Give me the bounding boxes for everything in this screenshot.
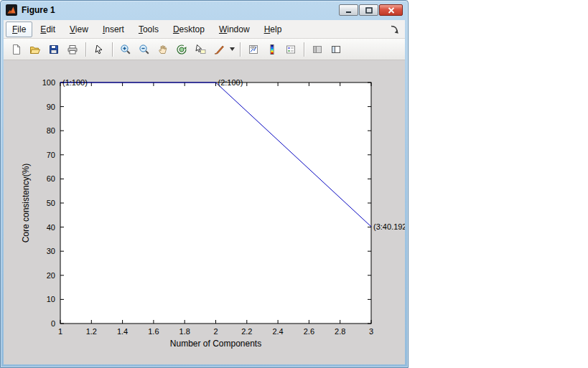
y-tick-label: 70 [47,151,55,159]
desktop-background: Figure 1 FileEditViewInsertToolsDes [0,0,588,368]
zoom-out-button[interactable] [136,41,153,58]
brush-button[interactable] [210,41,228,58]
y-axis-label: Core consistency(%) [21,164,31,243]
zoom-out-icon [139,44,150,55]
toolbar-separator [112,42,113,57]
figure-toolbar [4,39,405,60]
x-axis-label: Number of Components [170,339,261,349]
insert-legend-button[interactable] [282,41,299,58]
close-button[interactable] [379,4,403,16]
edit-plot-button[interactable] [90,41,108,58]
x-tick-label: 1 [58,327,62,336]
axes[interactable]: 11.21.41.61.822.22.42.62.830102030405060… [4,60,405,364]
zoom-in-button[interactable] [117,41,134,58]
x-tick-label: 2.4 [272,327,283,336]
print-figure-button[interactable] [64,41,81,58]
menu-item-file[interactable]: File [6,22,32,37]
y-tick-label: 40 [47,223,55,232]
menu-item-tools[interactable]: Tools [132,22,165,37]
x-tick-label: 2.8 [335,327,345,336]
x-tick-label: 2.2 [241,327,252,336]
y-tick-label: 30 [47,247,55,255]
dock-arrow-icon[interactable] [389,24,399,37]
colorbar-icon [266,44,278,55]
figure-canvas: 11.21.41.61.822.22.42.62.830102030405060… [4,60,405,364]
print-icon [67,44,78,55]
data-point-label: (1:100) [62,78,88,87]
x-tick-label: 2 [213,327,218,336]
open-folder-icon [29,44,41,55]
x-tick-label: 1.2 [86,327,97,336]
x-tick-label: 3 [369,327,373,336]
insert-colorbar-button[interactable] [263,41,281,58]
show-plot-tools-button[interactable] [327,41,345,58]
link-plot-button[interactable] [245,41,262,58]
hide-plot-tools-button[interactable] [309,41,326,58]
brush-dropdown-button[interactable] [229,41,235,58]
x-tick-label: 1.4 [117,327,128,336]
x-tick-label: 1.8 [179,327,190,336]
menu-item-help[interactable]: Help [258,22,289,37]
new-document-icon [11,44,22,55]
toolbar-separator [85,42,86,57]
window-controls [339,4,403,16]
y-tick-label: 50 [47,199,55,207]
y-tick-label: 100 [42,78,55,87]
y-tick-label: 90 [47,103,55,111]
dropdown-caret-icon [230,47,235,51]
y-tick-label: 10 [47,295,55,303]
minimize-button[interactable] [339,4,358,16]
menu-items: FileEditViewInsertToolsDesktopWindowHelp [6,22,289,37]
data-point-label: (2:100) [218,78,243,87]
data-cursor-button[interactable] [192,41,209,58]
save-figure-button[interactable] [45,41,62,58]
menu-item-desktop[interactable]: Desktop [167,22,211,37]
window-content: FileEditViewInsertToolsDesktopWindowHelp [4,20,405,364]
matlab-figure-icon [6,4,17,16]
y-tick-label: 0 [51,319,55,328]
open-file-button[interactable] [27,41,44,58]
pan-hand-icon [157,44,169,55]
window-title: Figure 1 [22,5,55,15]
pan-button[interactable] [154,41,172,58]
toolbar-separator [304,42,304,57]
edit-plot-arrow-icon [93,44,105,55]
rotate-3d-icon [176,44,187,55]
legend-icon [285,44,297,55]
menubar: FileEditViewInsertToolsDesktopWindowHelp [4,20,405,39]
toolbar-separator [240,42,241,57]
rotate-3d-button[interactable] [173,41,190,58]
new-figure-button[interactable] [8,41,25,58]
show-plot-tools-icon [330,44,342,55]
x-tick-label: 2.6 [304,327,314,336]
maximize-button[interactable] [359,4,378,16]
x-tick-label: 1.6 [148,327,159,336]
zoom-in-icon [120,44,131,55]
link-plot-icon [248,44,259,55]
hide-plot-tools-icon [312,44,323,55]
data-point-label: (3:40.192 [373,222,405,231]
y-tick-label: 60 [47,174,55,183]
titlebar[interactable]: Figure 1 [1,1,408,19]
menu-item-view[interactable]: View [63,22,95,37]
brush-icon [213,44,225,55]
data-cursor-icon [195,44,206,55]
menu-item-window[interactable]: Window [213,22,256,37]
menu-item-insert[interactable]: Insert [96,22,131,37]
figure-window: Figure 1 FileEditViewInsertToolsDes [0,0,409,368]
menu-item-edit[interactable]: Edit [34,22,62,37]
plot-box [60,82,371,324]
y-tick-label: 80 [47,126,55,135]
save-icon [48,44,60,55]
y-tick-label: 20 [47,271,55,280]
